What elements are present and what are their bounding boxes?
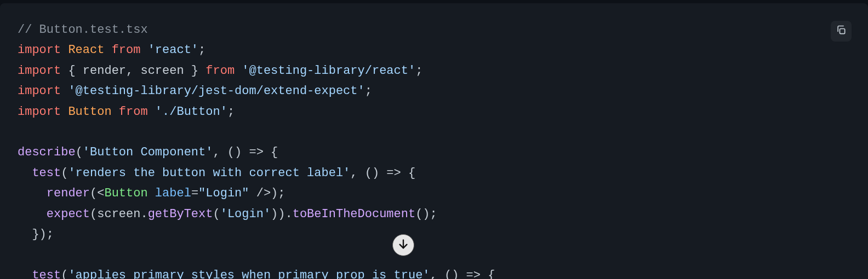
scroll-down-button[interactable]: [392, 234, 414, 256]
code-keyword: import: [18, 64, 61, 78]
svg-rect-0: [840, 28, 845, 33]
code-comment: // Button.test.tsx: [18, 23, 148, 37]
code-punct: (: [61, 269, 68, 279]
code-identifier: render, screen: [83, 64, 184, 78]
code-keyword: from: [205, 64, 235, 78]
code-indent: [18, 187, 47, 200]
code-punct: (: [61, 166, 68, 180]
code-punct: />: [249, 187, 271, 200]
code-identifier: Button: [68, 105, 111, 119]
code-string: '@testing-library/jest-dom/extend-expect…: [68, 84, 364, 98]
code-punct: =: [191, 187, 198, 200]
code-indent: [18, 166, 32, 180]
code-keyword: from: [112, 43, 141, 57]
code-string: 'applies primary styles when primary pro…: [68, 269, 430, 279]
code-punct: , () => {: [213, 146, 278, 159]
code-function: getByText: [148, 207, 213, 221]
code-jsx-component: Button: [104, 187, 147, 200]
code-function: render: [47, 187, 90, 200]
code-string: 'Button Component': [83, 146, 213, 159]
code-punct: }: [184, 64, 206, 78]
code-punct: });: [32, 228, 54, 241]
code-punct: )).: [271, 207, 293, 221]
code-punct: ();: [415, 207, 437, 221]
code-punct: , () => {: [430, 269, 495, 279]
code-indent: [18, 207, 47, 221]
arrow-down-icon: [397, 238, 409, 253]
code-punct: ;: [227, 105, 235, 119]
code-string: 'Login': [220, 207, 271, 221]
code-punct: <: [97, 187, 104, 200]
code-identifier: React: [68, 43, 104, 57]
code-string: './Button': [155, 105, 227, 119]
code-function: test: [32, 166, 61, 180]
copy-button[interactable]: [831, 21, 852, 42]
code-keyword: import: [18, 105, 61, 119]
code-punct: , () => {: [350, 166, 415, 180]
code-punct: (screen.: [90, 207, 148, 221]
code-keyword: import: [18, 84, 61, 98]
code-block-container: // Button.test.tsx import React from 're…: [0, 3, 868, 279]
code-punct: (: [76, 146, 83, 159]
code-indent: [18, 228, 32, 241]
code-jsx-attr: label: [155, 187, 191, 200]
code-function: describe: [18, 146, 76, 159]
code-function: toBeInTheDocument: [293, 207, 415, 221]
code-keyword: from: [119, 105, 148, 119]
code-punct: {: [61, 64, 83, 78]
code-indent: [18, 269, 32, 279]
code-string: 'renders the button with correct label': [68, 166, 350, 180]
code-punct: ;: [415, 64, 422, 78]
code-punct: (: [213, 207, 220, 221]
copy-icon: [836, 25, 847, 38]
code-punct: (: [90, 187, 97, 200]
code-space: [148, 187, 155, 200]
code-string: '@testing-library/react': [242, 64, 415, 78]
code-string: "Login": [198, 187, 249, 200]
code-punct: );: [271, 187, 285, 200]
code-string: 'react': [148, 43, 198, 57]
code-punct: ;: [365, 84, 372, 98]
code-function: test: [32, 269, 61, 279]
code-content: // Button.test.tsx import React from 're…: [0, 3, 868, 279]
code-keyword: import: [18, 43, 61, 57]
code-punct: ;: [198, 43, 205, 57]
code-function: expect: [47, 207, 90, 221]
